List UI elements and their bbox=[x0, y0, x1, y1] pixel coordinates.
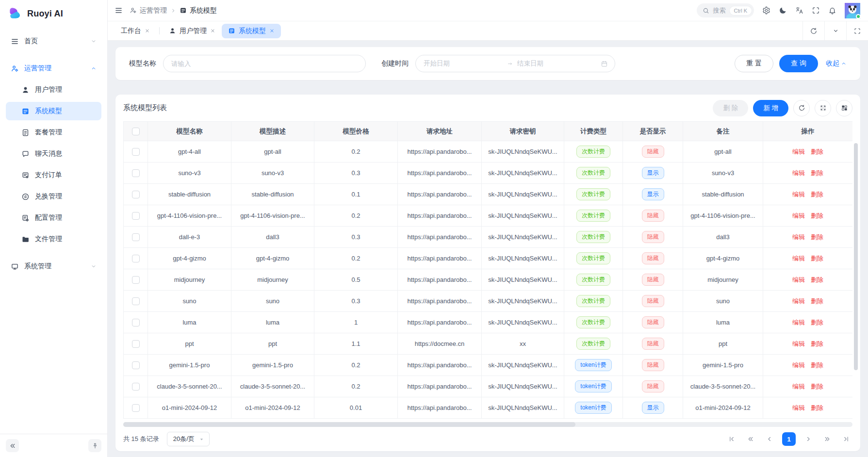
row-checkbox[interactable] bbox=[132, 361, 140, 369]
edit-link[interactable]: 编辑 bbox=[792, 319, 805, 326]
cell-request-url: https://api.pandarobo... bbox=[398, 248, 482, 269]
row-checkbox[interactable] bbox=[132, 297, 140, 305]
cell-model-name: claude-3-5-sonnet-20... bbox=[148, 376, 231, 397]
table-refresh-button[interactable] bbox=[793, 100, 810, 116]
page-size-select[interactable]: 20条/页 bbox=[167, 432, 210, 446]
horizontal-scrollbar-thumb[interactable] bbox=[123, 422, 575, 427]
row-checkbox[interactable] bbox=[132, 404, 140, 412]
edit-link[interactable]: 编辑 bbox=[792, 297, 805, 305]
settings-icon[interactable] bbox=[762, 6, 770, 15]
delete-link[interactable]: 删除 bbox=[811, 255, 823, 262]
sidebar-item-package-mgmt[interactable]: 套餐管理 bbox=[6, 123, 101, 142]
edit-link[interactable]: 编辑 bbox=[792, 361, 805, 369]
brand-area[interactable]: Ruoyi AI bbox=[0, 0, 107, 27]
breadcrumb-item-system-model[interactable]: 系统模型 bbox=[180, 6, 217, 15]
tab-user-mgmt[interactable]: 用户管理 bbox=[163, 24, 222, 38]
edit-link[interactable]: 编辑 bbox=[792, 148, 805, 155]
user-gear-icon bbox=[11, 65, 19, 73]
fullscreen-icon[interactable] bbox=[812, 6, 820, 15]
delete-link[interactable]: 删除 bbox=[811, 340, 823, 347]
row-checkbox[interactable] bbox=[132, 383, 140, 391]
delete-link[interactable]: 删除 bbox=[811, 383, 823, 390]
column-settings-button[interactable] bbox=[836, 100, 852, 116]
edit-link[interactable]: 编辑 bbox=[792, 340, 805, 347]
hamburger-menu-icon[interactable] bbox=[115, 6, 123, 15]
edit-link[interactable]: 编辑 bbox=[792, 191, 805, 198]
delete-link[interactable]: 删除 bbox=[811, 191, 823, 198]
sidebar-item-payment-orders[interactable]: 支付订单 bbox=[6, 166, 101, 184]
close-icon[interactable] bbox=[269, 28, 275, 33]
table-fullscreen-button[interactable] bbox=[815, 100, 831, 116]
row-checkbox[interactable] bbox=[132, 169, 140, 177]
pagination-first-button[interactable] bbox=[725, 433, 738, 445]
model-name-input[interactable] bbox=[163, 55, 366, 72]
edit-link[interactable]: 编辑 bbox=[792, 169, 805, 177]
sidebar-item-config-mgmt[interactable]: 配置管理 bbox=[6, 209, 101, 227]
sidebar-pin-button[interactable] bbox=[88, 439, 101, 452]
row-checkbox[interactable] bbox=[132, 340, 140, 348]
pagination-next-fast-button[interactable] bbox=[821, 433, 834, 445]
edit-link[interactable]: 编辑 bbox=[792, 233, 805, 241]
sidebar-item-file-mgmt[interactable]: 文件管理 bbox=[6, 230, 101, 248]
tab-refresh-button[interactable] bbox=[802, 21, 824, 40]
reset-button[interactable]: 重 置 bbox=[735, 55, 773, 72]
sidebar-item-system-model[interactable]: 系统模型 bbox=[6, 102, 101, 120]
row-checkbox[interactable] bbox=[132, 148, 140, 156]
close-icon[interactable] bbox=[210, 28, 215, 33]
delete-link[interactable]: 删除 bbox=[811, 361, 823, 369]
collapse-filter-link[interactable]: 收起 bbox=[826, 59, 847, 68]
delete-link[interactable]: 删除 bbox=[811, 233, 823, 241]
language-icon[interactable] bbox=[795, 6, 803, 15]
pagination-prev-button[interactable] bbox=[763, 433, 776, 445]
pagination-next-button[interactable] bbox=[802, 433, 815, 445]
create-time-range-picker[interactable]: 开始日期 结束日期 bbox=[415, 55, 615, 72]
edit-link[interactable]: 编辑 bbox=[792, 383, 805, 390]
close-icon[interactable] bbox=[145, 28, 150, 33]
pagination-prev-fast-button[interactable] bbox=[744, 433, 757, 445]
row-checkbox[interactable] bbox=[132, 233, 140, 241]
delete-link[interactable]: 删除 bbox=[811, 169, 823, 177]
row-checkbox[interactable] bbox=[132, 191, 140, 198]
cell-remark: luma bbox=[683, 312, 763, 333]
add-button[interactable]: 新 增 bbox=[753, 100, 788, 116]
sidebar-item-operations[interactable]: 运营管理 bbox=[6, 59, 101, 78]
vertical-scrollbar[interactable] bbox=[854, 143, 858, 370]
tab-system-model[interactable]: 系统模型 bbox=[222, 24, 281, 38]
select-all-checkbox[interactable] bbox=[132, 128, 140, 135]
delete-link[interactable]: 删除 bbox=[811, 276, 823, 283]
edit-link[interactable]: 编辑 bbox=[792, 255, 805, 262]
user-avatar[interactable] bbox=[845, 3, 860, 18]
tab-workbench[interactable]: 工作台 bbox=[115, 24, 156, 38]
edit-link[interactable]: 编辑 bbox=[792, 404, 805, 411]
row-checkbox[interactable] bbox=[132, 319, 140, 326]
sidebar-item-system-mgmt[interactable]: 系统管理 bbox=[6, 257, 101, 276]
row-checkbox[interactable] bbox=[132, 255, 140, 262]
delete-link[interactable]: 删除 bbox=[811, 148, 823, 155]
sidebar-item-chat-messages[interactable]: 聊天消息 bbox=[6, 145, 101, 163]
sidebar-collapse-button[interactable] bbox=[6, 439, 19, 452]
query-button[interactable]: 查 询 bbox=[779, 55, 818, 72]
delete-button[interactable]: 删 除 bbox=[713, 100, 748, 116]
breadcrumb-item-operations[interactable]: 运营管理 bbox=[130, 6, 167, 15]
delete-link[interactable]: 删除 bbox=[811, 297, 823, 305]
notifications-icon[interactable] bbox=[828, 6, 836, 15]
sidebar-item-home[interactable]: 首页 bbox=[6, 32, 101, 50]
tab-more-button[interactable] bbox=[824, 21, 846, 40]
global-search[interactable]: 搜索 Ctrl K bbox=[697, 3, 754, 17]
tab-maximize-button[interactable] bbox=[846, 21, 868, 40]
delete-link[interactable]: 删除 bbox=[811, 404, 823, 411]
edit-link[interactable]: 编辑 bbox=[792, 212, 805, 219]
row-checkbox[interactable] bbox=[132, 276, 140, 284]
edit-link[interactable]: 编辑 bbox=[792, 276, 805, 283]
pagination-page-1[interactable]: 1 bbox=[782, 432, 796, 446]
sidebar-item-user-mgmt[interactable]: 用户管理 bbox=[6, 81, 101, 99]
horizontal-scrollbar[interactable] bbox=[123, 422, 852, 427]
row-checkbox[interactable] bbox=[132, 212, 140, 220]
dark-mode-icon[interactable] bbox=[779, 6, 787, 15]
cell-request-key: sk-JIUQLNndqSeKWU... bbox=[482, 163, 564, 184]
sidebar-item-exchange-mgmt[interactable]: 兑换管理 bbox=[6, 187, 101, 206]
pagination-last-button[interactable] bbox=[840, 433, 852, 445]
delete-link[interactable]: 删除 bbox=[811, 319, 823, 326]
delete-link[interactable]: 删除 bbox=[811, 212, 823, 219]
cell-checkbox bbox=[124, 227, 148, 248]
